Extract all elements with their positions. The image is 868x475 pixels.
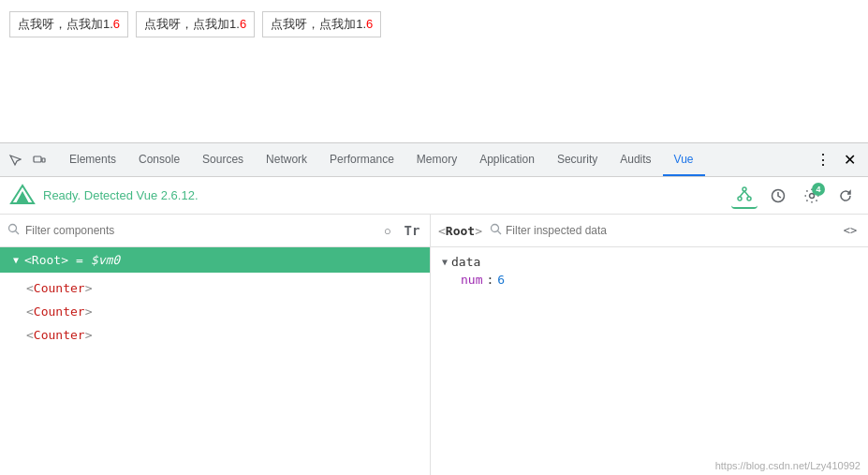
tab-sources[interactable]: Sources: [191, 143, 255, 176]
component-filter-bar: ○ Tr: [0, 215, 430, 247]
data-section-label: data: [451, 255, 480, 269]
history-icon[interactable]: [765, 183, 791, 209]
data-prop-key: num: [461, 273, 482, 287]
inspect-filter-bar: [490, 223, 832, 238]
right-panel-header: <Root> <>: [431, 215, 868, 247]
devtools-panel: Elements Console Sources Network Perform…: [0, 142, 868, 475]
data-section: ▼ data num : 6: [442, 255, 857, 287]
right-header-actions: <>: [840, 220, 861, 241]
data-colon: :: [486, 273, 493, 287]
svg-rect-1: [42, 158, 45, 162]
root-component-item[interactable]: ▼ <Root> = $vm0: [0, 247, 430, 273]
svg-point-11: [9, 225, 17, 232]
list-item[interactable]: <Counter>: [0, 276, 430, 300]
filter-components-input[interactable]: [25, 224, 372, 237]
component-tree: ▼ <Root> = $vm0 <Counter> <Counter> <Cou…: [0, 247, 430, 475]
root-equals: =: [76, 253, 83, 267]
vue-toolbar-icons: 4: [731, 183, 859, 209]
svg-point-6: [747, 197, 751, 200]
settings-icon[interactable]: 4: [799, 183, 825, 209]
data-property-row: num : 6: [442, 273, 857, 287]
svg-line-12: [16, 231, 20, 235]
svg-point-13: [491, 225, 498, 232]
devtools-toolbar: Elements Console Sources Network Perform…: [0, 143, 868, 177]
close-devtools-icon[interactable]: ✕: [838, 149, 861, 171]
filter-inspected-input[interactable]: [506, 224, 832, 237]
right-panel: <Root> <>: [431, 215, 868, 475]
filter-search-icon: [7, 223, 20, 238]
svg-line-8: [744, 191, 749, 197]
inspect-element-icon[interactable]: [4, 149, 26, 171]
svg-line-14: [497, 231, 501, 235]
root-vm-label: $vm0: [91, 253, 120, 267]
svg-rect-0: [34, 156, 41, 162]
data-section-header[interactable]: ▼ data: [442, 255, 857, 269]
tab-network[interactable]: Network: [255, 143, 318, 176]
tab-audits[interactable]: Audits: [609, 143, 662, 176]
tab-memory[interactable]: Memory: [405, 143, 468, 176]
vue-logo-icon: [9, 183, 36, 209]
tab-application[interactable]: Application: [468, 143, 546, 176]
tab-security[interactable]: Security: [546, 143, 609, 176]
btn-click-2[interactable]: 点我呀，点我加1.6: [136, 11, 255, 37]
vue-status-text: Ready. Detected Vue 2.6.12.: [43, 188, 731, 202]
svg-line-7: [740, 191, 744, 197]
browser-area: 点我呀，点我加1.6 点我呀，点我加1.6 点我呀，点我加1.6: [0, 0, 868, 112]
refresh-icon[interactable]: [832, 183, 859, 209]
tree-children: <Counter> <Counter> <Counter>: [0, 273, 430, 350]
filter-circle-icon[interactable]: ○: [377, 220, 398, 241]
component-tree-icon[interactable]: [731, 183, 758, 209]
data-inspector: ▼ data num : 6: [431, 247, 868, 475]
list-item[interactable]: <Counter>: [0, 323, 430, 347]
devtools-toolbar-icons: [4, 149, 51, 171]
root-tag: <Root>: [24, 253, 68, 267]
tab-console[interactable]: Console: [127, 143, 191, 176]
vue-toolbar: Ready. Detected Vue 2.6.12.: [0, 177, 868, 215]
tab-elements[interactable]: Elements: [58, 143, 127, 176]
collapse-triangle: ▼: [442, 257, 448, 267]
left-panel: ○ Tr ▼ <Root> = $vm0 <Counter> <Counter>: [0, 215, 431, 475]
tree-expand-arrow: ▼: [13, 255, 19, 265]
btn-click-1[interactable]: 点我呀，点我加1.6: [9, 11, 128, 37]
svg-point-5: [738, 197, 742, 200]
settings-badge: 4: [812, 183, 825, 196]
panel-filter-actions: ○ Tr: [377, 220, 422, 241]
filter-format-icon[interactable]: Tr: [402, 220, 422, 241]
tab-vue[interactable]: Vue: [663, 143, 705, 176]
tab-performance[interactable]: Performance: [318, 143, 405, 176]
btn-click-3[interactable]: 点我呀，点我加1.6: [262, 11, 381, 37]
svg-point-4: [743, 187, 746, 191]
device-toolbar-icon[interactable]: [28, 149, 51, 171]
devtools-toolbar-right: ⋮ ✕: [812, 149, 864, 171]
inspect-search-icon: [490, 223, 502, 238]
devtools-content: ○ Tr ▼ <Root> = $vm0 <Counter> <Counter>: [0, 215, 868, 475]
breadcrumb: <Root>: [438, 224, 482, 238]
list-item[interactable]: <Counter>: [0, 300, 430, 323]
devtools-tabs: Elements Console Sources Network Perform…: [58, 143, 812, 176]
more-options-icon[interactable]: ⋮: [812, 149, 834, 171]
watermark: https://blog.csdn.net/Lzy410992: [715, 460, 861, 471]
expand-code-icon[interactable]: <>: [840, 220, 861, 241]
data-prop-value: 6: [497, 273, 505, 287]
